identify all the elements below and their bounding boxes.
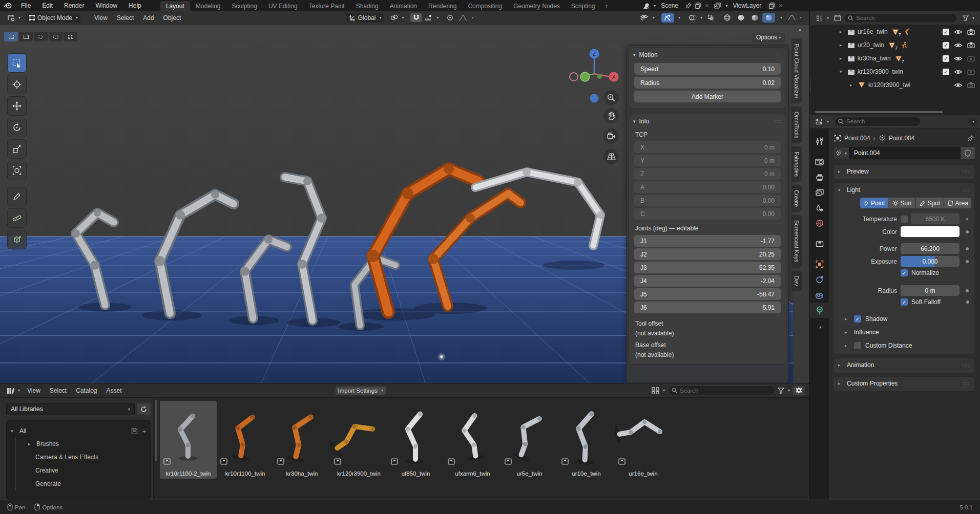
- workspace-tab-rendering[interactable]: Rendering: [423, 1, 462, 11]
- catalog-item-creative[interactable]: Creative: [15, 464, 146, 477]
- light-type-spot[interactable]: Spot: [916, 198, 944, 208]
- shading-rendered-button[interactable]: [762, 13, 775, 23]
- animate-dot[interactable]: [966, 301, 969, 304]
- camera-icon[interactable]: [967, 29, 975, 35]
- joint-j3-field[interactable]: J3 -52.35: [634, 262, 781, 273]
- checkbox-checked[interactable]: ✓: [943, 42, 949, 49]
- light-type-sun[interactable]: Sun: [888, 198, 916, 208]
- workspace-tab-shading[interactable]: Shading: [350, 1, 384, 11]
- asset-filter-button[interactable]: ▾: [775, 387, 793, 395]
- asset-card[interactable]: kr10r1100-2_twin: [160, 401, 217, 479]
- temperature-checkbox[interactable]: [901, 216, 908, 223]
- new-viewlayer-button[interactable]: [767, 2, 776, 9]
- menu-help[interactable]: Help: [123, 2, 147, 9]
- camera-disabled-icon[interactable]: [967, 69, 975, 75]
- drag-handle-icon[interactable]: ∷∷: [774, 119, 782, 124]
- outliner-row[interactable]: ▸ kr30ha_twin 7 ✓: [810, 52, 980, 65]
- drag-handle-icon[interactable]: ∷∷: [962, 187, 970, 193]
- asset-menu-asset[interactable]: Asset: [102, 387, 127, 394]
- proportional-editing-toggle[interactable]: [444, 13, 456, 22]
- select-mode-tweak[interactable]: [4, 32, 18, 41]
- asset-card[interactable]: ur5e_twin: [501, 401, 558, 479]
- asset-card[interactable]: uf850_twin: [387, 401, 444, 479]
- tab-omnitools[interactable]: OmniTools: [791, 106, 802, 143]
- pan-hand-button[interactable]: [603, 108, 619, 123]
- select-mode-lasso[interactable]: [49, 32, 62, 41]
- gizmo-y-axis[interactable]: [580, 72, 590, 81]
- viewport-menu-select[interactable]: Select: [112, 14, 138, 22]
- tool-scale[interactable]: [7, 139, 27, 159]
- menu-edit[interactable]: Edit: [36, 2, 58, 9]
- animate-dot[interactable]: [966, 260, 969, 263]
- gizmo-minus-x-axis[interactable]: [570, 73, 578, 81]
- camera-disabled-icon[interactable]: [967, 55, 975, 61]
- catalog-item-all[interactable]: ▾ All +: [11, 425, 146, 437]
- workspace-tab-uv-editing[interactable]: UV Editing: [263, 1, 303, 11]
- display-mode-dropdown[interactable]: ▾: [649, 386, 668, 395]
- gizmo-minus-y-axis[interactable]: [597, 74, 602, 79]
- eye-icon[interactable]: [954, 56, 963, 61]
- eye-icon[interactable]: [954, 29, 963, 35]
- asset-card[interactable]: ur16e_twin: [615, 401, 672, 479]
- outliner-filter-button[interactable]: ▾: [960, 14, 977, 22]
- new-collection-icon[interactable]: [834, 15, 841, 21]
- radius-field[interactable]: 0 m: [901, 285, 960, 296]
- camera-view-button[interactable]: [603, 128, 619, 144]
- animation-panel-header[interactable]: ▸ Animation ∷∷: [833, 359, 974, 371]
- viewport-options-button[interactable]: Options ▾: [752, 33, 785, 42]
- viewport-canvas[interactable]: Z X Options: [0, 25, 809, 383]
- add-catalog-button[interactable]: +: [142, 427, 146, 435]
- normalize-checkbox[interactable]: ✓: [901, 269, 908, 276]
- tab-view-layer[interactable]: [810, 185, 829, 200]
- shadow-checkbox[interactable]: ✓: [854, 315, 861, 323]
- asset-settings-gear-button[interactable]: [793, 386, 805, 395]
- exposure-slider[interactable]: 0.000: [901, 256, 960, 267]
- outliner-search[interactable]: [844, 13, 957, 23]
- motion-section-header[interactable]: ▾ Motion ∷∷: [629, 50, 786, 61]
- properties-search-input[interactable]: [846, 118, 917, 124]
- catalog-item-generate[interactable]: Generate: [15, 477, 146, 490]
- chevron-down-icon[interactable]: ▾: [819, 325, 821, 330]
- joint-j6-field[interactable]: J6 -5.91: [634, 302, 781, 313]
- checkbox-checked[interactable]: ✓: [943, 29, 949, 35]
- power-field[interactable]: 66.200: [901, 243, 960, 254]
- tab-fabnodes[interactable]: Fabnodes: [791, 146, 802, 182]
- workspace-tab-geometry-nodes[interactable]: Geometry Nodes: [508, 1, 566, 11]
- tool-cursor[interactable]: [7, 75, 27, 94]
- tool-annotate[interactable]: [7, 187, 27, 206]
- visibility-dropdown[interactable]: ▾: [637, 13, 657, 23]
- tab-create[interactable]: Create: [791, 185, 802, 212]
- expand-icon[interactable]: ▸: [850, 82, 855, 88]
- joint-j4-field[interactable]: J4 -2.04: [634, 275, 781, 287]
- tool-rotate[interactable]: [7, 118, 27, 137]
- tab-dev[interactable]: Dev: [791, 271, 802, 291]
- collapse-icon[interactable]: ▾: [840, 69, 845, 74]
- outliner-editor-type-button[interactable]: ▾: [813, 14, 831, 23]
- library-dropdown[interactable]: All Libraries ▾: [6, 403, 135, 415]
- tool-measure[interactable]: [7, 208, 27, 228]
- snap-settings-dropdown[interactable]: ▾: [422, 13, 441, 22]
- fake-user-shield-icon[interactable]: [961, 147, 975, 159]
- drag-handle-icon[interactable]: ∷∷: [962, 381, 970, 387]
- add-workspace-button[interactable]: +: [601, 2, 613, 10]
- light-name-field[interactable]: Point.004: [849, 147, 961, 159]
- asset-menu-select[interactable]: Select: [45, 387, 71, 394]
- properties-options-dropdown[interactable]: ▾: [968, 118, 977, 125]
- expand-icon[interactable]: ▸: [840, 42, 845, 48]
- tab-screencast-keys[interactable]: Screencast Keys: [791, 215, 802, 268]
- expand-icon[interactable]: ▸: [840, 56, 845, 61]
- tab-point-cloud-visualizer[interactable]: Point Cloud Visualizer: [791, 38, 802, 103]
- checkbox-checked[interactable]: ✓: [943, 55, 949, 62]
- tool-transform[interactable]: [7, 161, 27, 180]
- outliner-row[interactable]: ▾ kr120r3900_twin ✓: [810, 65, 980, 78]
- catalog-item-brushes[interactable]: ▸ Brushes: [15, 437, 146, 451]
- expand-icon[interactable]: ▸: [840, 29, 845, 34]
- asset-menu-catalog[interactable]: Catalog: [71, 387, 101, 394]
- joint-j1-field[interactable]: J1 -1.77: [634, 235, 781, 247]
- render-preview-dropdown[interactable]: ▾: [785, 13, 804, 22]
- drag-handle-icon[interactable]: ∷∷: [962, 362, 970, 368]
- light-datablock-type[interactable]: ▾: [833, 147, 849, 159]
- menu-render[interactable]: Render: [58, 2, 90, 9]
- pin-icon[interactable]: [685, 3, 692, 9]
- tab-scene[interactable]: [810, 200, 829, 216]
